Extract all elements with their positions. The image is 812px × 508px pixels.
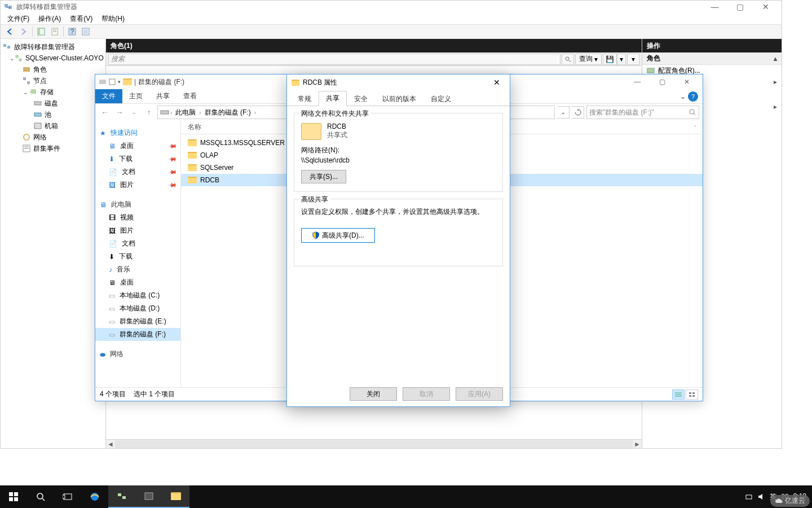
advanced-share-button[interactable]: 高级共享(D)... <box>301 228 375 243</box>
nav-documents[interactable]: 📄文档📌 <box>95 165 180 178</box>
qat-dropdown-icon[interactable]: ▾ <box>118 79 121 85</box>
search-go-button[interactable] <box>562 54 574 65</box>
tab-general[interactable]: 常规 <box>290 91 319 106</box>
tree-pools[interactable]: 池 <box>1 109 105 120</box>
tree-networks[interactable]: 网络 <box>1 132 105 143</box>
save-button[interactable]: 💾 <box>603 54 617 65</box>
options-button[interactable]: ▾ <box>627 54 639 65</box>
forward-button[interactable] <box>17 25 30 38</box>
task-view[interactable] <box>54 485 81 508</box>
query-button[interactable]: 查询 ▾ <box>575 54 602 65</box>
help-icon[interactable]: ? <box>688 91 698 102</box>
explorer-taskbar[interactable] <box>162 485 189 508</box>
crumb-thispc[interactable]: 此电脑 <box>173 108 198 117</box>
tree-nodes[interactable]: 节点 <box>1 75 105 86</box>
menu-view[interactable]: 查看(V) <box>67 13 96 25</box>
explorer-search[interactable]: 搜索"群集的磁盘 (F:)" <box>586 106 699 119</box>
network-header[interactable]: ⬬ 网络 <box>95 348 180 361</box>
view-details-button[interactable] <box>672 389 685 400</box>
nav-desktop[interactable]: 🖥桌面📌 <box>95 139 180 152</box>
menu-help[interactable]: 帮助(H) <box>98 13 128 25</box>
quick-access-header[interactable]: ★ 快速访问 <box>95 126 180 139</box>
nav-desktop2[interactable]: 🖥桌面 <box>95 276 180 289</box>
explorer-close[interactable]: ✕ <box>674 75 699 89</box>
nav-documents2[interactable]: 📄文档 <box>95 237 180 250</box>
explorer-minimize[interactable]: ― <box>625 75 650 89</box>
ribbon-file[interactable]: 文件 <box>95 89 122 103</box>
tree-storage[interactable]: ⌄ 存储 <box>1 86 105 98</box>
nav-downloads[interactable]: ⬇下载📌 <box>95 152 180 165</box>
shield-icon <box>312 231 320 239</box>
expand-toggle-icon[interactable]: ⌄ <box>10 55 14 62</box>
tray-volume-icon[interactable] <box>757 493 765 501</box>
address-dropdown[interactable]: ⌄ <box>557 106 570 119</box>
props-title-bar[interactable]: RDCB 属性 ✕ <box>287 75 510 90</box>
refresh-button[interactable] <box>80 25 92 38</box>
nav-music[interactable]: ♪音乐 <box>95 263 180 276</box>
svg-rect-52 <box>122 496 126 499</box>
tree-cluster[interactable]: ⌄ SQLServer-Cluster.AOYO <box>1 52 105 64</box>
ribbon-expand-icon[interactable]: ⌄ <box>680 93 686 100</box>
nav-pictures2[interactable]: 🖼图片 <box>95 224 180 237</box>
nav-drive-d[interactable]: ▭本地磁盘 (D:) <box>95 302 180 315</box>
close-button[interactable]: 关闭 <box>350 387 397 401</box>
this-pc-header[interactable]: 🖥 此电脑 <box>95 198 180 211</box>
save-dropdown[interactable]: ▾ <box>617 54 626 65</box>
qat-button[interactable] <box>109 78 116 86</box>
nav-downloads2[interactable]: ⬇下载 <box>95 250 180 263</box>
crumb-drive[interactable]: 群集的磁盘 (F:) <box>202 108 253 117</box>
share-button[interactable]: 共享(S)... <box>301 170 346 183</box>
ribbon-home[interactable]: 主页 <box>122 89 149 103</box>
props-close-button[interactable]: ✕ <box>488 75 505 90</box>
nav-drive-f[interactable]: ▭群集的磁盘 (F:) <box>95 328 180 341</box>
nav-recent[interactable]: ⌄ <box>128 106 140 119</box>
nav-back[interactable]: ← <box>99 106 111 119</box>
menu-action[interactable]: 操作(A) <box>35 13 64 25</box>
ribbon-share[interactable]: 共享 <box>149 89 176 103</box>
nav-drive-c[interactable]: ▭本地磁盘 (C:) <box>95 289 180 302</box>
collapse-icon[interactable]: ▴ <box>774 55 777 63</box>
tree-roles[interactable]: 角色 <box>1 64 105 75</box>
details-search[interactable]: 搜索 <box>108 54 561 65</box>
server-manager-taskbar[interactable] <box>135 485 162 508</box>
svg-rect-20 <box>34 102 41 105</box>
horizontal-scrollbar[interactable]: ◄ ► <box>106 439 642 448</box>
tab-previous-versions[interactable]: 以前的版本 <box>375 91 423 106</box>
mmc-taskbar[interactable] <box>108 485 135 508</box>
minimize-button[interactable]: ― <box>702 1 727 13</box>
explorer-maximize[interactable]: ▢ <box>650 75 674 89</box>
nav-up[interactable]: ↑ <box>143 106 155 119</box>
menu-file[interactable]: 文件(F) <box>4 13 33 25</box>
ie-taskbar[interactable] <box>81 485 108 508</box>
cancel-button[interactable]: 取消 <box>403 387 450 401</box>
properties-button[interactable] <box>48 25 61 38</box>
search-taskbar[interactable] <box>27 485 54 508</box>
nav-forward[interactable]: → <box>113 106 126 119</box>
tab-security[interactable]: 安全 <box>347 91 375 106</box>
tab-customize[interactable]: 自定义 <box>423 91 458 106</box>
close-button[interactable]: ✕ <box>753 1 778 13</box>
tree-enclosures[interactable]: 机箱 <box>1 120 105 132</box>
tab-sharing[interactable]: 共享 <box>319 91 347 106</box>
nav-pictures[interactable]: 🖼图片📌 <box>95 178 180 191</box>
apply-button[interactable]: 应用(A) <box>456 387 503 401</box>
scroll-track[interactable] <box>115 440 633 448</box>
nav-videos[interactable]: 🎞视频 <box>95 211 180 224</box>
view-icons-button[interactable] <box>686 389 698 400</box>
help-button[interactable]: ? <box>66 25 78 38</box>
configure-role-icon <box>647 67 655 75</box>
refresh-button[interactable] <box>572 106 584 119</box>
scroll-right-icon[interactable]: ► <box>633 440 642 449</box>
scroll-left-icon[interactable]: ◄ <box>106 440 115 449</box>
tree-events[interactable]: 群集事件 <box>1 143 105 154</box>
expand-toggle-icon[interactable]: ⌄ <box>22 89 29 95</box>
maximize-button[interactable]: ▢ <box>727 1 753 13</box>
ribbon-view[interactable]: 查看 <box>176 89 204 103</box>
tray-network-icon[interactable] <box>745 493 753 501</box>
start-button[interactable] <box>0 485 27 508</box>
nav-drive-e[interactable]: ▭群集的磁盘 (E:) <box>95 315 180 328</box>
show-hide-tree-button[interactable] <box>35 25 47 38</box>
tree-disks[interactable]: 磁盘 <box>1 98 105 109</box>
tree-root[interactable]: 故障转移群集管理器 <box>1 41 105 52</box>
back-button[interactable] <box>4 25 16 38</box>
